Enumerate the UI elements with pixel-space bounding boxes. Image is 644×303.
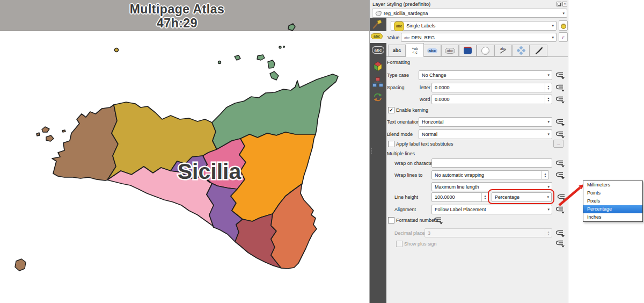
island — [46, 135, 54, 141]
labels-list-icon[interactable]: abc — [372, 46, 384, 54]
3d-view-icon[interactable] — [372, 61, 383, 71]
enable-kerning-label: Enable kerning — [396, 107, 428, 113]
formatted-numbers-checkbox[interactable] — [388, 217, 394, 223]
svg-text:abc: abc — [375, 48, 382, 53]
word-spacing-spinner[interactable]: 0.0000 — [431, 95, 552, 104]
alignment-selector[interactable]: Follow Label Placement — [431, 205, 552, 214]
data-defined-override-button[interactable] — [555, 229, 565, 237]
paint-can-icon — [560, 22, 567, 30]
data-defined-override-button[interactable] — [555, 84, 565, 92]
data-defined-override-button[interactable] — [555, 160, 565, 168]
panel-resize-handle[interactable] — [371, 148, 372, 149]
data-defined-override-button[interactable] — [555, 118, 565, 126]
layer-styling-panel: Layer Styling (predefinito) × reg_sicili… — [369, 0, 568, 303]
island — [218, 61, 221, 64]
line-height-label: Line height — [394, 194, 418, 200]
type-case-selector[interactable]: No Change — [419, 70, 552, 80]
text-orientation-label: Text orientation — [387, 119, 420, 125]
island — [42, 127, 49, 132]
close-panel-icon[interactable]: × — [562, 2, 567, 6]
tab-buffer[interactable]: abc — [423, 45, 441, 56]
max-line-length-selector[interactable]: Maximum line length — [431, 182, 552, 191]
text-orientation-selector[interactable]: Horizontal — [419, 117, 552, 127]
island — [15, 259, 26, 271]
paintbrush-icon — [372, 19, 383, 29]
tab-mask[interactable]: abc — [441, 45, 459, 56]
atlas-title-line1: Multipage Atlas — [70, 2, 284, 16]
tab-symbology[interactable] — [370, 18, 386, 31]
island — [279, 46, 281, 48]
island — [268, 60, 275, 68]
undock-panel-icon[interactable] — [557, 2, 561, 6]
apply-substitutes-checkbox[interactable] — [388, 141, 394, 147]
island — [62, 130, 65, 132]
line-height-spinner[interactable]: 100.0000 — [431, 192, 489, 202]
data-defined-override-button[interactable] — [555, 206, 565, 214]
spacing-label: Spacing — [387, 85, 405, 90]
line-height-unit-selector[interactable]: Percentage — [492, 192, 552, 202]
apply-substitutes-label: Apply label text substitutes — [396, 141, 453, 147]
wrap-character-input[interactable] — [431, 158, 552, 168]
island — [257, 55, 265, 60]
data-defined-override-button[interactable] — [555, 71, 565, 80]
panel-tab-strip: abc — [370, 43, 386, 303]
menu-item-points[interactable]: Points — [583, 189, 642, 197]
island — [235, 55, 240, 60]
layer-selector[interactable]: reg_sicilia_sardegna — [372, 9, 567, 18]
show-plus-sign-label: Show plus sign — [404, 241, 437, 247]
substitutes-more-button[interactable]: ... — [553, 140, 564, 148]
tab-shadow[interactable] — [477, 45, 494, 56]
menu-item-millimeters[interactable]: Millimeters — [583, 181, 642, 189]
island — [283, 46, 285, 48]
shadow-circle-icon — [481, 47, 489, 55]
island — [36, 133, 40, 136]
letter-spacing-spinner[interactable]: 0.0000 — [431, 83, 552, 92]
apply-label-style-button[interactable] — [559, 20, 568, 31]
data-defined-override-button[interactable] — [555, 131, 565, 139]
menu-item-inches[interactable]: Inches — [583, 213, 642, 221]
island — [270, 71, 279, 80]
map-canvas[interactable]: Sicilia — [0, 23, 369, 303]
map-region — [52, 105, 118, 181]
label-mode-selector[interactable]: abcSingle Labels — [391, 21, 557, 31]
tab-formatting[interactable]: +ab < c — [406, 43, 424, 57]
island — [115, 48, 119, 52]
tab-rendering[interactable] — [530, 45, 547, 56]
tab-text[interactable]: abc — [388, 45, 406, 56]
menu-item-pixels[interactable]: Pixels — [583, 197, 642, 205]
qgis-window: { "window": { "title": "Layer Styling (p… — [0, 0, 644, 303]
multiple-lines-section-label: Multiple lines — [387, 151, 415, 156]
value-field-selector[interactable]: abcDEN_REG — [401, 33, 557, 42]
data-defined-override-button[interactable] — [555, 171, 565, 179]
callout-icon: abc — [499, 46, 508, 55]
wrap-lines-spinner[interactable]: No automatic wrapping — [431, 170, 549, 179]
history-icon[interactable] — [373, 93, 383, 102]
data-defined-override-button[interactable] — [555, 240, 565, 248]
labels-tab-active-icon[interactable]: abc — [371, 33, 383, 39]
wrap-on-character-label: Wrap on character — [394, 161, 434, 166]
unit-dropdown-menu: Millimeters Points Pixels Percentage Inc… — [583, 181, 643, 222]
rendering-brush-icon — [535, 46, 543, 55]
data-defined-override-button[interactable] — [555, 96, 565, 104]
island — [288, 24, 295, 31]
tab-callouts[interactable]: abc — [494, 45, 512, 56]
tab-background[interactable] — [459, 45, 477, 56]
formatted-numbers-label: Formatted numbers — [396, 218, 438, 223]
wrap-lines-to-label: Wrap lines to — [394, 172, 422, 178]
show-plus-sign-checkbox — [396, 241, 402, 247]
decimal-places-spinner: 3 — [425, 228, 552, 237]
letter-label: letter — [420, 85, 430, 90]
expression-builder-button[interactable]: ε — [559, 32, 568, 42]
type-case-label: Type case — [387, 73, 409, 78]
data-defined-override-button[interactable] — [433, 217, 443, 225]
data-defined-override-button[interactable] — [557, 193, 567, 201]
labels-icon: abc — [394, 21, 404, 31]
diagrams-icon[interactable] — [372, 77, 383, 87]
menu-item-percentage[interactable]: Percentage — [583, 205, 642, 213]
enable-kerning-checkbox[interactable] — [388, 107, 394, 113]
polygon-layer-icon — [375, 10, 382, 16]
tab-placement[interactable] — [512, 45, 530, 56]
value-label: Value — [387, 35, 399, 40]
blend-mode-selector[interactable]: Normal — [419, 129, 552, 139]
map-label-sicilia: Sicilia — [178, 159, 242, 184]
